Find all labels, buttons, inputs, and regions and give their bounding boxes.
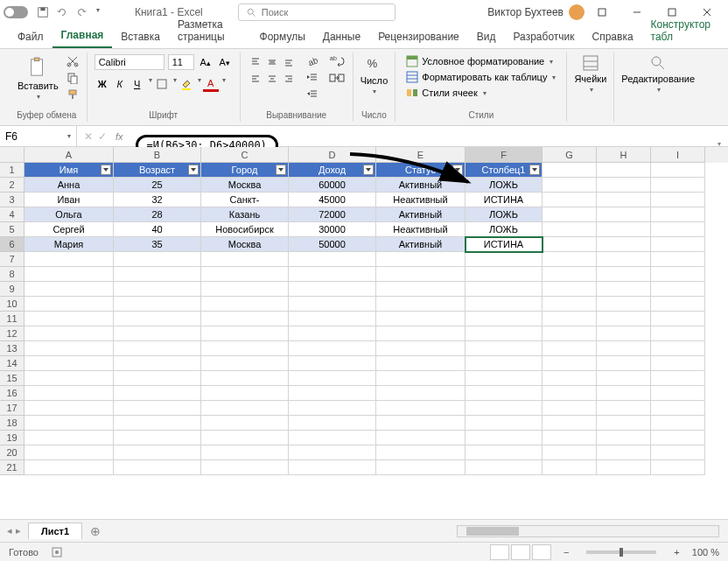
- col-header[interactable]: G: [542, 147, 597, 163]
- table-header-cell[interactable]: Столбец1: [466, 163, 542, 178]
- align-middle-icon[interactable]: [264, 54, 280, 70]
- cell[interactable]: [289, 431, 376, 445]
- cell[interactable]: [114, 416, 201, 431]
- format-as-table-button[interactable]: Форматировать как таблицу▾: [402, 70, 559, 84]
- cell[interactable]: 30000: [289, 222, 376, 237]
- cell[interactable]: ЛОЖЬ: [466, 178, 542, 193]
- increase-indent-icon[interactable]: [305, 88, 319, 102]
- cell[interactable]: Активный: [376, 178, 466, 193]
- record-macro-icon[interactable]: [51, 546, 63, 558]
- sheet-nav-next-icon[interactable]: ▸: [16, 525, 21, 536]
- search-input[interactable]: [262, 7, 384, 18]
- cell[interactable]: [651, 178, 705, 193]
- row-header[interactable]: 16: [0, 386, 24, 401]
- align-top-icon[interactable]: [248, 54, 263, 70]
- cell[interactable]: [376, 312, 466, 326]
- decrease-font-icon[interactable]: A▾: [217, 54, 233, 70]
- fill-color-icon[interactable]: [178, 76, 194, 92]
- align-right-icon[interactable]: [281, 71, 297, 87]
- cell[interactable]: [542, 431, 597, 445]
- cell[interactable]: [201, 401, 289, 416]
- cell[interactable]: [466, 252, 542, 267]
- underline-button[interactable]: Ч: [130, 76, 145, 92]
- cell[interactable]: [201, 416, 289, 431]
- cell[interactable]: [542, 237, 597, 252]
- table-header-cell[interactable]: Имя: [24, 163, 114, 178]
- cell[interactable]: 35: [114, 237, 201, 252]
- cell[interactable]: [597, 312, 651, 326]
- cell[interactable]: ЛОЖЬ: [466, 222, 542, 237]
- cell[interactable]: 28: [114, 207, 201, 222]
- tab-file[interactable]: Файл: [9, 25, 52, 48]
- row-header[interactable]: 1: [0, 163, 24, 178]
- cell[interactable]: [376, 297, 466, 312]
- cell[interactable]: Сергей: [24, 222, 114, 237]
- cell[interactable]: [597, 282, 651, 297]
- filter-button[interactable]: [276, 165, 286, 175]
- cell[interactable]: [24, 312, 114, 326]
- cell[interactable]: [24, 297, 114, 312]
- page-break-view-button[interactable]: [532, 544, 551, 560]
- cell[interactable]: [24, 386, 114, 401]
- cell[interactable]: [289, 297, 376, 312]
- cell[interactable]: [466, 386, 542, 401]
- cell[interactable]: [289, 312, 376, 326]
- table-header-cell[interactable]: Город: [201, 163, 289, 178]
- cell[interactable]: Москва: [201, 237, 289, 252]
- cell[interactable]: [597, 445, 651, 460]
- row-header[interactable]: 3: [0, 193, 24, 207]
- cell[interactable]: [651, 312, 705, 326]
- cell[interactable]: 25: [114, 178, 201, 193]
- cell[interactable]: Новосибирск: [201, 222, 289, 237]
- cell[interactable]: [201, 326, 289, 341]
- cell[interactable]: [542, 297, 597, 312]
- cell[interactable]: [597, 460, 651, 475]
- cell[interactable]: Санкт-: [201, 193, 289, 207]
- cell[interactable]: [24, 282, 114, 297]
- cell[interactable]: [542, 460, 597, 475]
- cell[interactable]: ИСТИНА: [466, 237, 542, 252]
- cell[interactable]: [651, 252, 705, 267]
- cell[interactable]: [651, 431, 705, 445]
- redo-icon[interactable]: [75, 6, 88, 18]
- cell[interactable]: [651, 267, 705, 282]
- tab-review[interactable]: Рецензирование: [369, 25, 468, 48]
- cell[interactable]: [597, 431, 651, 445]
- table-header-cell[interactable]: [542, 163, 597, 178]
- wrap-text-icon[interactable]: ab: [328, 54, 346, 68]
- table-header-cell[interactable]: Возраст: [114, 163, 201, 178]
- cell[interactable]: [597, 178, 651, 193]
- fx-icon[interactable]: fx: [112, 131, 127, 142]
- cell[interactable]: Казань: [201, 207, 289, 222]
- cell[interactable]: [201, 341, 289, 356]
- cell[interactable]: [542, 282, 597, 297]
- cell[interactable]: [542, 371, 597, 386]
- cell[interactable]: [651, 326, 705, 341]
- col-header[interactable]: C: [201, 147, 289, 163]
- cell[interactable]: [201, 312, 289, 326]
- cell[interactable]: [289, 267, 376, 282]
- cell[interactable]: [114, 445, 201, 460]
- cell[interactable]: [466, 326, 542, 341]
- cut-icon[interactable]: [66, 54, 80, 68]
- user-account[interactable]: Виктор Бухтеев: [487, 4, 584, 20]
- row-header[interactable]: 7: [0, 252, 24, 267]
- sheet-nav-prev-icon[interactable]: ◂: [7, 525, 12, 536]
- row-header[interactable]: 12: [0, 326, 24, 341]
- cell[interactable]: Мария: [24, 237, 114, 252]
- cell[interactable]: [466, 460, 542, 475]
- cell[interactable]: [201, 371, 289, 386]
- cell[interactable]: [466, 267, 542, 282]
- cell[interactable]: [376, 401, 466, 416]
- cell[interactable]: [376, 252, 466, 267]
- cell[interactable]: [466, 445, 542, 460]
- qat-dropdown-icon[interactable]: ▾: [96, 6, 100, 18]
- cell[interactable]: [376, 460, 466, 475]
- cell[interactable]: [597, 252, 651, 267]
- cell[interactable]: [542, 267, 597, 282]
- increase-font-icon[interactable]: A▴: [198, 54, 214, 70]
- add-sheet-button[interactable]: ⊕: [86, 522, 105, 541]
- row-header[interactable]: 9: [0, 282, 24, 297]
- cell[interactable]: [542, 341, 597, 356]
- row-header[interactable]: 6: [0, 237, 24, 252]
